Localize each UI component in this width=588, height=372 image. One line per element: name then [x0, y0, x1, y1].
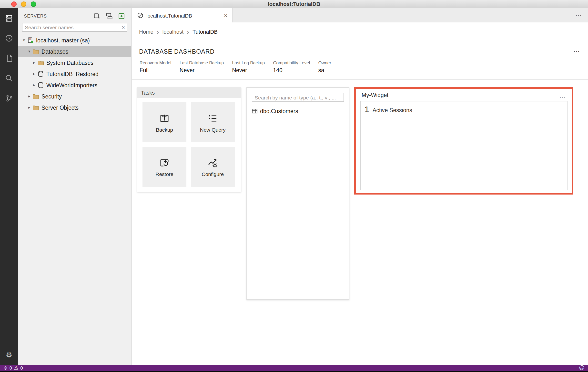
property-recovery-model: Recovery Model Full: [140, 60, 171, 73]
property-owner: Owner sa: [318, 60, 331, 73]
new-server-group-icon[interactable]: [106, 13, 113, 20]
server-tree: ▾ localhost, master (sa) ▾ Databases: [18, 35, 131, 113]
database-icon: [37, 82, 44, 88]
property-value: sa: [318, 67, 331, 73]
database-properties: Recovery Model Full Last Database Backup…: [132, 60, 588, 73]
configure-button[interactable]: Configure: [191, 147, 235, 187]
twisty-expanded-icon[interactable]: ▾: [26, 49, 32, 54]
explorer-item-dbo-customers[interactable]: dbo.Customers: [247, 107, 349, 116]
server-search-input[interactable]: [22, 23, 127, 31]
property-value: Never: [232, 67, 265, 73]
folder-icon: [32, 93, 40, 99]
property-last-database-backup: Last Database Backup Never: [179, 60, 224, 73]
twisty-collapsed-icon[interactable]: ▸: [26, 94, 32, 99]
minimize-window-button[interactable]: [21, 1, 26, 7]
property-compatibility-level: Compatibility Level 140: [273, 60, 310, 73]
my-widget-more-actions-icon[interactable]: …: [559, 91, 566, 99]
folder-icon: [32, 49, 40, 54]
explorer-widget: dbo.Customers: [246, 87, 349, 300]
property-value: 140: [273, 67, 310, 73]
tree-item-databases[interactable]: ▾ Databases: [18, 46, 131, 57]
breadcrumb: Home › localhost › TutorialDB: [132, 27, 588, 36]
warning-count: 0: [20, 365, 23, 371]
twisty-expanded-icon[interactable]: ▾: [21, 38, 27, 42]
restore-icon: [158, 157, 170, 169]
window-bottom-edge: [0, 371, 588, 372]
active-sessions-label: Active Sessions: [373, 107, 412, 113]
dashboard-title: DATABASE DASHBOARD: [139, 48, 214, 55]
twisty-collapsed-icon[interactable]: ▸: [26, 105, 32, 110]
task-label: Restore: [155, 171, 173, 177]
tab-localhost-tutorialdb[interactable]: localhost:TutorialDB ×: [132, 8, 233, 22]
twisty-collapsed-icon[interactable]: ▸: [31, 83, 37, 87]
source-control-icon[interactable]: [0, 88, 18, 108]
header-divider: [132, 80, 588, 80]
error-count: 0: [10, 365, 12, 371]
my-widget-title: My-Widget: [362, 92, 388, 98]
task-history-icon[interactable]: [0, 28, 18, 48]
tree-item-wideworldimporters[interactable]: ▸ WideWorldImporters: [18, 80, 131, 91]
task-label: Backup: [156, 127, 173, 132]
my-widget-header: My-Widget …: [356, 89, 572, 100]
close-window-button[interactable]: [11, 1, 17, 7]
table-icon: [252, 108, 258, 114]
tasks-widget: Tasks Backup New Query: [137, 87, 241, 192]
status-bar: ⊗ 0 ⚠ 0 ☺: [0, 365, 588, 371]
object-search-input[interactable]: [252, 93, 344, 101]
sidebar-actions: [94, 13, 126, 20]
tree-item-system-databases[interactable]: ▸ System Databases: [18, 57, 131, 68]
task-label: New Query: [200, 127, 225, 132]
object-search-box: [252, 93, 344, 102]
tree-item-security[interactable]: ▸ Security: [18, 91, 131, 102]
editor-area: localhost:TutorialDB × … Home › localhos…: [132, 8, 588, 365]
twisty-collapsed-icon[interactable]: ▸: [31, 72, 37, 76]
warning-icon: ⚠: [14, 365, 18, 371]
property-label: Last Log Backup: [232, 60, 265, 65]
tree-item-label: WideWorldImporters: [46, 82, 97, 88]
property-label: Owner: [318, 60, 331, 65]
close-tab-icon[interactable]: ×: [224, 12, 227, 19]
tab-strip: localhost:TutorialDB × …: [132, 8, 588, 22]
feedback-smiley-icon[interactable]: ☺: [579, 365, 585, 371]
task-grid: Backup New Query Resto: [137, 98, 241, 191]
property-label: Recovery Model: [140, 60, 171, 65]
tree-item-server-objects[interactable]: ▸ Server Objects: [18, 102, 131, 113]
file-explorer-icon[interactable]: [0, 48, 18, 68]
backup-button[interactable]: Backup: [143, 102, 186, 142]
database-icon: [37, 71, 44, 77]
folder-icon: [32, 105, 40, 111]
clear-search-icon[interactable]: ×: [122, 24, 125, 31]
property-value: Never: [179, 67, 224, 73]
new-connection-icon[interactable]: [94, 13, 101, 20]
servers-sidebar: SERVERS × ▾: [18, 8, 132, 365]
chevron-right-icon: ›: [153, 28, 162, 35]
configure-icon: [207, 157, 219, 169]
property-label: Compatibility Level: [273, 60, 310, 65]
breadcrumb-home[interactable]: Home: [139, 29, 153, 35]
tree-item-label: localhost, master (sa): [36, 37, 90, 43]
problems-status[interactable]: ⊗ 0 ⚠ 0: [3, 365, 23, 371]
tree-item-tutorialdb-restored[interactable]: ▸ TutorialDB_Restored: [18, 68, 131, 80]
sidebar-title: SERVERS: [24, 14, 94, 19]
connections-icon[interactable]: [0, 8, 18, 28]
tab-label: localhost:TutorialDB: [147, 12, 219, 18]
app-window: localhost:TutorialDB: [0, 0, 588, 372]
editor-more-actions-icon[interactable]: …: [575, 10, 582, 18]
search-icon[interactable]: [0, 68, 18, 88]
restore-button[interactable]: Restore: [143, 147, 186, 187]
property-value: Full: [140, 67, 171, 73]
property-last-log-backup: Last Log Backup Never: [232, 60, 265, 73]
new-query-icon: [207, 112, 219, 124]
tree-item-localhost[interactable]: ▾ localhost, master (sa): [18, 35, 131, 46]
sidebar-header: SERVERS: [18, 8, 131, 22]
active-connections-icon[interactable]: [118, 13, 125, 20]
dashboard-more-actions-icon[interactable]: …: [573, 46, 580, 53]
traffic-lights: [11, 0, 36, 8]
breadcrumb-localhost[interactable]: localhost: [162, 29, 183, 35]
explorer-item-label: dbo.Customers: [260, 108, 298, 114]
settings-gear-icon[interactable]: ⚙: [0, 348, 18, 362]
twisty-collapsed-icon[interactable]: ▸: [31, 60, 37, 65]
window-titlebar: localhost:TutorialDB: [0, 0, 588, 8]
zoom-window-button[interactable]: [31, 1, 36, 7]
new-query-button[interactable]: New Query: [191, 102, 235, 142]
